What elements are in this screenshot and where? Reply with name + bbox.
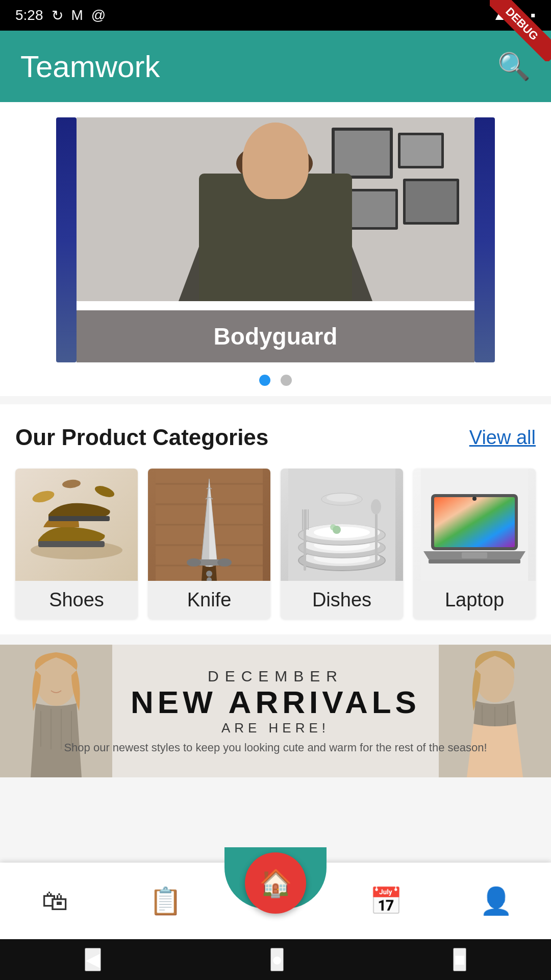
svg-point-54 [327,494,357,502]
debug-ribbon [490,0,551,61]
categories-grid: Shoes [15,469,536,619]
svg-point-60 [472,497,477,501]
svg-point-17 [270,201,279,207]
gmail-icon: M [71,7,83,23]
knife-svg [156,469,263,581]
nav-home-wrapper: 🏠 [220,857,331,914]
nav-item-bag[interactable]: 🛍 [0,886,110,916]
android-nav-bar: ◀ ● ■ [0,939,551,980]
categories-header: Our Product Categories View all [15,425,536,450]
svg-point-16 [283,189,293,197]
category-card-shoes[interactable]: Shoes [15,469,138,619]
home-icon: 🏠 [259,868,292,899]
nav-item-orders[interactable]: 📋 [110,886,220,917]
status-bar-left: 5:28 ↻ M @ [15,7,106,24]
svg-rect-19 [38,541,105,547]
carousel-dot-2[interactable] [281,375,292,386]
svg-rect-59 [462,552,487,558]
svg-point-31 [187,558,201,567]
orders-icon: 📋 [149,886,182,917]
category-image-laptop [413,469,536,581]
svg-point-44 [314,527,370,538]
carousel-wrapper[interactable]: Bodyguard [0,117,551,362]
svg-point-21 [31,489,56,505]
category-label-dishes: Dishes [281,581,403,619]
svg-rect-2 [335,131,390,176]
categories-title: Our Product Categories [15,425,268,450]
banner-content: DECEMBER NEW ARRIVALS ARE HERE! Shop our… [64,668,487,754]
svg-point-33 [206,571,212,577]
banner-are-here: ARE HERE! [64,720,487,736]
svg-rect-50 [308,509,309,530]
nav-item-schedule[interactable]: 📅 [331,886,441,917]
carousel-main[interactable]: Bodyguard [77,117,474,362]
dishes-svg [288,469,395,581]
category-card-knife[interactable]: Knife [148,469,270,619]
carousel-prev-slide[interactable] [56,117,77,362]
carousel-next-slide[interactable] [474,117,495,362]
status-time: 5:28 [15,7,43,23]
category-label-knife: Knife [148,581,270,619]
category-label-laptop: Laptop [413,581,536,619]
banner-subtitle: Shop our newest styles to keep you looki… [64,741,487,754]
svg-marker-10 [270,230,280,276]
category-image-knife [148,469,270,581]
svg-rect-4 [400,135,441,166]
carousel-image [77,117,474,301]
carousel-caption: Bodyguard [77,310,474,362]
carousel-dots [259,375,292,386]
category-image-shoes [15,469,138,581]
svg-rect-58 [429,559,520,564]
category-image-dishes [281,469,403,581]
carousel-dot-1[interactable] [259,375,270,386]
bag-icon: 🛍 [42,886,68,916]
laptop-svg [421,469,528,581]
svg-point-13 [236,151,313,242]
view-all-link[interactable]: View all [469,427,536,449]
categories-section: Our Product Categories View all [0,404,551,634]
category-card-dishes[interactable]: Dishes [281,469,403,619]
status-bar: 5:28 ↻ M @ ▲ ✕ ▪ [0,0,551,31]
android-back-button[interactable]: ◀ [85,948,101,971]
banner-new-arrivals: NEW ARRIVALS [64,685,487,720]
home-button[interactable]: 🏠 [245,852,306,914]
svg-point-14 [236,143,313,184]
banner-december: DECEMBER [64,668,487,685]
app-bar: Teamwork 🔍 [0,31,551,102]
sync-icon: ↻ [52,7,63,24]
at-icon: @ [91,7,106,23]
carousel-person-figure [77,117,474,301]
svg-rect-8 [406,181,457,222]
svg-rect-57 [434,497,515,547]
banner-section[interactable]: DECEMBER NEW ARRIVALS ARE HERE! Shop our… [0,645,551,777]
svg-point-46 [330,524,336,530]
app-title: Teamwork [20,49,160,84]
svg-rect-49 [306,509,307,530]
category-card-laptop[interactable]: Laptop [413,469,536,619]
carousel-section: Bodyguard [0,102,551,396]
svg-point-22 [93,484,116,500]
svg-rect-9 [224,225,327,301]
android-home-button[interactable]: ● [270,948,284,971]
bottom-nav: 🛍 📋 🏠 📅 👤 [0,863,551,939]
svg-point-23 [62,479,81,488]
svg-point-52 [371,499,381,514]
android-recent-button[interactable]: ■ [453,948,466,971]
carousel-svg [77,117,474,301]
svg-rect-20 [48,516,110,521]
nav-item-profile[interactable]: 👤 [441,886,551,917]
profile-icon: 👤 [480,886,513,917]
svg-rect-48 [302,509,303,530]
shoes-svg [23,469,130,581]
schedule-icon: 📅 [369,886,403,917]
svg-rect-6 [349,191,395,227]
category-label-shoes: Shoes [15,581,138,619]
svg-point-32 [217,558,232,567]
svg-rect-51 [375,509,378,566]
carousel-title: Bodyguard [214,323,338,350]
svg-point-15 [256,189,266,197]
svg-rect-30 [199,559,219,566]
